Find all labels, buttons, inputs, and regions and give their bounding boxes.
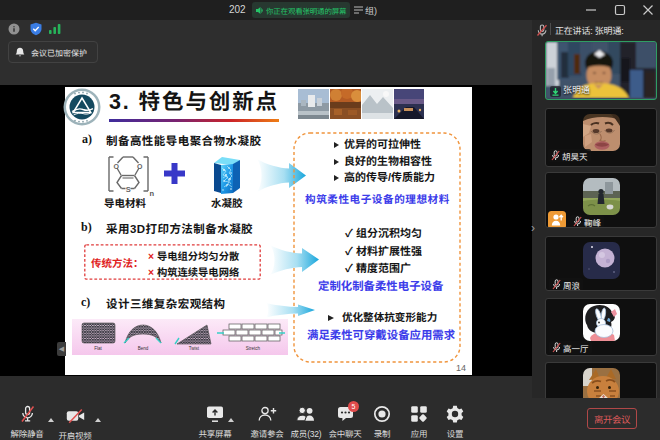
svg-text:O: O [114, 163, 120, 170]
svg-text:Twist: Twist [189, 346, 200, 351]
svg-text:Flat: Flat [94, 346, 102, 351]
svg-text:S: S [126, 185, 131, 194]
svg-text:n: n [150, 189, 155, 197]
svg-text:Bend: Bend [138, 346, 149, 351]
svg-text:O: O [137, 163, 143, 170]
svg-text:Stretch: Stretch [246, 346, 261, 351]
